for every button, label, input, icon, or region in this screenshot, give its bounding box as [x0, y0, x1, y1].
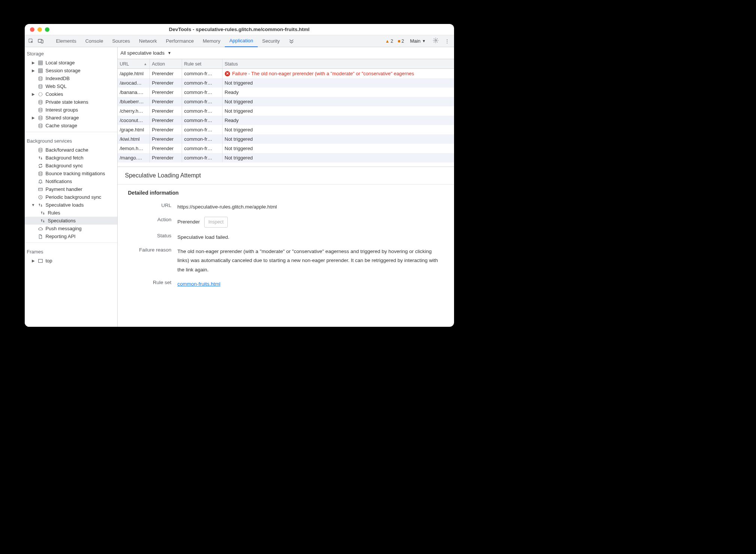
table-row[interactable]: /mango.…Prerendercommon-fr…Not triggered: [118, 153, 454, 162]
tree-item-label: Periodic background sync: [46, 194, 102, 200]
table-row[interactable]: /banana.…Prerendercommon-fr…Ready: [118, 88, 454, 97]
sidebar-item-rules[interactable]: Rules: [25, 209, 117, 217]
svg-rect-17: [38, 259, 42, 262]
sidebar-item-background-sync[interactable]: Background sync: [25, 162, 117, 170]
sidebar-item-speculative-loads[interactable]: ▼Speculative loads: [25, 201, 117, 209]
expand-arrow-icon: ▶: [31, 69, 35, 73]
tab-security[interactable]: Security: [258, 35, 284, 47]
table-row[interactable]: /coconut…Prerendercommon-fr…Ready: [118, 116, 454, 125]
table-row[interactable]: /kiwi.htmlPrerendercommon-fr…Not trigger…: [118, 134, 454, 144]
window-title: DevTools - speculative-rules.glitch.me/c…: [25, 27, 454, 32]
sidebar-item-interest-groups[interactable]: Interest groups: [25, 106, 117, 114]
tree-item-label: Notifications: [46, 179, 72, 184]
issue-count: 2: [402, 39, 404, 44]
sidebar-item-cache-storage[interactable]: Cache storage: [25, 122, 117, 130]
cell-url: /lemon.h…: [118, 144, 150, 153]
updown-icon: [40, 218, 46, 224]
clock-icon: [37, 194, 43, 200]
db-icon: [37, 99, 43, 105]
table-header: URL▲ Action Rule set Status: [118, 59, 454, 69]
sidebar-item-private-state-tokens[interactable]: Private state tokens: [25, 98, 117, 106]
tree-item-label: Session storage: [46, 68, 81, 73]
table-row[interactable]: /lemon.h…Prerendercommon-fr…Not triggere…: [118, 144, 454, 153]
sidebar-item-speculations[interactable]: Speculations: [25, 217, 117, 225]
table-row[interactable]: /cherry.h…Prerendercommon-fr…Not trigger…: [118, 106, 454, 116]
sidebar-item-shared-storage[interactable]: ▶Shared storage: [25, 114, 117, 122]
table-row[interactable]: /apple.htmlPrerendercommon-fr…✕Failure -…: [118, 69, 454, 78]
cell-status: ✕Failure - The old non-eager prerender (…: [223, 69, 454, 78]
tab-performance[interactable]: Performance: [161, 35, 198, 47]
table-row[interactable]: /blueberr…Prerendercommon-fr…Not trigger…: [118, 97, 454, 106]
sidebar-item-bounce-tracking-mitigations[interactable]: Bounce tracking mitigations: [25, 170, 117, 177]
warnings-badge[interactable]: ▲ 2: [384, 39, 395, 44]
sidebar-item-reporting-api[interactable]: Reporting API: [25, 232, 117, 240]
expand-arrow-icon: ▶: [31, 92, 35, 96]
inspect-icon[interactable]: [27, 37, 35, 45]
frames-top-item[interactable]: ▶ top: [25, 257, 117, 265]
cell-ruleset: common-fr…: [182, 116, 223, 125]
svg-point-9: [39, 100, 42, 101]
sidebar-item-notifications[interactable]: Notifications: [25, 177, 117, 185]
sidebar-item-session-storage[interactable]: ▶Session storage: [25, 67, 117, 74]
tree-item-label: Payment handler: [46, 186, 82, 192]
col-ruleset[interactable]: Rule set: [182, 59, 223, 69]
detail-ruleset-key: Rule set: [127, 280, 172, 289]
tab-console[interactable]: Console: [81, 35, 108, 47]
col-url[interactable]: URL▲: [118, 59, 150, 69]
tree-item-label: Push messaging: [46, 226, 82, 231]
svg-rect-15: [38, 188, 42, 191]
filter-bar: All speculative loads ▼: [118, 47, 454, 59]
settings-icon[interactable]: [430, 37, 441, 45]
col-status[interactable]: Status: [223, 59, 454, 69]
expand-arrow-icon: ▶: [31, 259, 35, 263]
sidebar-item-back-forward-cache[interactable]: Back/forward cache: [25, 146, 117, 154]
updown-icon: [37, 202, 43, 208]
sidebar-item-local-storage[interactable]: ▶Local storage: [25, 59, 117, 67]
tree-item-label: Shared storage: [46, 115, 79, 121]
detail-header: Speculative Loading Attempt: [118, 167, 454, 185]
cell-ruleset: common-fr…: [182, 153, 223, 162]
sidebar-item-periodic-background-sync[interactable]: Periodic background sync: [25, 193, 117, 201]
frames-section-title: Frames: [25, 245, 117, 257]
cell-action: Prerender: [150, 134, 182, 144]
more-tabs-icon[interactable]: [287, 37, 296, 45]
col-action[interactable]: Action: [150, 59, 182, 69]
ruleset-link[interactable]: common-fruits.html: [178, 281, 221, 287]
db-icon: [37, 76, 43, 82]
storage-section-title: Storage: [25, 47, 117, 59]
tab-elements[interactable]: Elements: [52, 35, 81, 47]
svg-point-7: [39, 84, 42, 86]
sidebar-item-background-fetch[interactable]: Background fetch: [25, 154, 117, 162]
target-selector[interactable]: Main ▼: [407, 38, 429, 44]
detail-grid: URL https://speculative-rules.glitch.me/…: [118, 199, 454, 296]
cell-status: Not triggered: [223, 153, 454, 162]
table-row[interactable]: /avocad…Prerendercommon-fr…Not triggered: [118, 78, 454, 88]
tab-sources[interactable]: Sources: [108, 35, 134, 47]
cell-action: Prerender: [150, 153, 182, 162]
sidebar-item-payment-handler[interactable]: Payment handler: [25, 185, 117, 193]
sidebar-item-web-sql[interactable]: Web SQL: [25, 82, 117, 90]
svg-point-12: [39, 124, 42, 125]
inspect-button[interactable]: Inspect: [204, 217, 227, 228]
tab-application[interactable]: Application: [225, 35, 258, 47]
tab-memory[interactable]: Memory: [198, 35, 225, 47]
cell-action: Prerender: [150, 144, 182, 153]
devtools-window: DevTools - speculative-rules.glitch.me/c…: [25, 24, 454, 327]
chevron-down-icon: ▼: [167, 51, 171, 55]
device-icon[interactable]: [37, 37, 45, 45]
sidebar-item-push-messaging[interactable]: Push messaging: [25, 225, 117, 232]
sync-icon: [37, 163, 43, 169]
main-pane: All speculative loads ▼ URL▲ Action Rule…: [118, 47, 454, 327]
cell-ruleset: common-fr…: [182, 106, 223, 116]
sidebar-item-cookies[interactable]: ▶Cookies: [25, 90, 117, 98]
sidebar-item-indexeddb[interactable]: IndexedDB: [25, 74, 117, 82]
filter-dropdown[interactable]: All speculative loads ▼: [121, 50, 172, 56]
table-row[interactable]: /grape.htmlPrerendercommon-fr…Not trigge…: [118, 125, 454, 134]
cell-action: Prerender: [150, 125, 182, 134]
cell-ruleset: common-fr…: [182, 97, 223, 106]
tab-network[interactable]: Network: [134, 35, 161, 47]
doc-icon: [37, 234, 43, 240]
kebab-menu-icon[interactable]: ⋮: [442, 38, 452, 44]
issues-badge[interactable]: ■ 2: [396, 39, 405, 44]
cell-action: Prerender: [150, 78, 182, 88]
